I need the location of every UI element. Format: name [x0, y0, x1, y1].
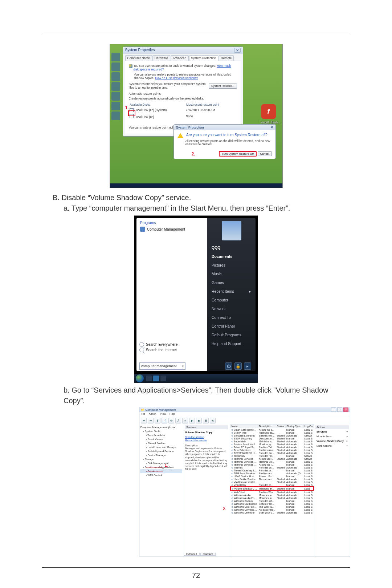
service-row[interactable]: Windows Connect Now...Act as a Reg...Man…: [230, 508, 314, 511]
service-row-volume-shadow-copy[interactable]: Volume Shadow CopyManages an...StartedMa…: [230, 487, 314, 490]
tree-item[interactable]: › Reliability and Perform: [140, 449, 182, 453]
col-startup-type[interactable]: Startup Type: [286, 425, 304, 428]
actions-more-2[interactable]: More Actions: [315, 443, 349, 448]
right-item-control-panel[interactable]: Control Panel: [207, 322, 256, 331]
tree-item[interactable]: › Local Users and Groups: [140, 445, 182, 449]
tree-item[interactable]: › Shared Folders: [140, 441, 182, 445]
tree-item[interactable]: › WMI Control: [140, 473, 182, 477]
service-row[interactable]: Windows AudioManages au...StartedAutomat…: [230, 494, 314, 496]
service-row[interactable]: Task SchedulerEnables a us...StartedAuto…: [230, 449, 314, 451]
account-name[interactable]: QQQ: [207, 243, 256, 252]
tab-advanced[interactable]: Advanced: [171, 55, 189, 61]
search-internet[interactable]: Search the Internet: [139, 348, 204, 352]
tree-item[interactable]: › Event Viewer: [140, 437, 182, 441]
right-item-games[interactable]: Games: [207, 278, 256, 287]
disk-d-checkbox[interactable]: [130, 114, 134, 118]
service-row[interactable]: TelephonyProvides Tel...ManualNetwor: [230, 454, 314, 457]
clear-search-icon[interactable]: x: [182, 363, 184, 369]
close-icon[interactable]: ✕: [343, 407, 348, 412]
user-avatar[interactable]: [222, 221, 241, 240]
tab-extended[interactable]: Extended: [184, 553, 200, 556]
disk-c-checkbox[interactable]: ✓: [130, 108, 134, 112]
right-item-pictures[interactable]: Pictures: [207, 261, 256, 269]
stop-service-link[interactable]: Stop the service: [185, 435, 204, 439]
menu-help[interactable]: Help: [170, 412, 175, 415]
right-item-music[interactable]: Music: [207, 269, 256, 278]
service-row[interactable]: Windows DefenderScan your c...StartedAut…: [230, 511, 314, 514]
flash-installer-icon[interactable]: f: [261, 104, 276, 119]
close-icon[interactable]: ✕: [234, 48, 241, 53]
service-row[interactable]: Windows BackupProvides Wi...ManualLocal …: [230, 499, 314, 502]
help-icon[interactable]: ?: [182, 418, 188, 423]
power-menu-icon[interactable]: ▸: [244, 362, 251, 370]
service-row[interactable]: Terminal ServicesAllows user...StartedAu…: [230, 457, 314, 460]
restart-service-link[interactable]: Restart the service: [185, 439, 207, 442]
restart-icon[interactable]: ⟲: [210, 418, 216, 423]
lock-icon[interactable]: 🔒: [234, 362, 242, 370]
actions-vsc[interactable]: Volume Shadow Copy: [315, 439, 349, 443]
service-row[interactable]: WebClientEnables Win...StartedAutomaticL…: [230, 490, 314, 494]
up-icon[interactable]: ⬆: [155, 418, 160, 423]
tree-item[interactable]: › Task Scheduler: [140, 433, 182, 437]
prev-versions-link[interactable]: How do I use previous versions?: [155, 77, 198, 80]
turn-off-button[interactable]: Turn System Restore Off: [219, 151, 257, 157]
confirm-close-icon[interactable]: ✕: [270, 125, 273, 129]
service-row[interactable]: Software LicensingEnables the ...Started…: [230, 434, 314, 437]
pause-icon[interactable]: ⏸: [203, 418, 209, 423]
play-icon[interactable]: ▶: [189, 418, 195, 423]
service-row[interactable]: Terminal Services User...Allows the r...…: [230, 463, 314, 466]
service-row[interactable]: Tablet PC Input ServiceEnables Tab...Sta…: [230, 446, 314, 449]
service-row[interactable]: SNMP TrapReceives tra...ManualLocal S: [230, 431, 314, 434]
cancel-button[interactable]: Cancel: [258, 151, 272, 156]
tree-item[interactable]: Computer Management (Local: [140, 425, 182, 429]
service-row[interactable]: System Event Notificati...Monitors sy...…: [230, 443, 314, 446]
quicklaunch-icon[interactable]: [146, 376, 152, 381]
col-logon[interactable]: Log On: [303, 425, 314, 428]
properties-icon[interactable]: 📄: [162, 418, 167, 423]
right-item-connect-to[interactable]: Connect To: [207, 313, 256, 322]
tree-item[interactable]: › System Tools: [140, 429, 182, 433]
system-restore-button[interactable]: System Restore...: [209, 84, 237, 89]
col-name[interactable]: Name: [230, 425, 258, 428]
right-item-network[interactable]: Network: [207, 304, 256, 313]
service-row[interactable]: SSDP DiscoveryDiscovers n...StartedManua…: [230, 437, 314, 440]
services-list[interactable]: Name Description Status Startup Type Log…: [230, 424, 314, 557]
service-row[interactable]: Thread Ordering ServerProvides or...Manu…: [230, 469, 314, 472]
tab-system-protection[interactable]: System Protection: [189, 55, 219, 61]
search-everywhere[interactable]: Search Everywhere: [139, 342, 204, 347]
service-row[interactable]: UPnP Device HostAllows UPn...ManualLocal…: [230, 475, 314, 478]
service-row[interactable]: Virtual DiskProvides m...ManualLocal S: [230, 483, 314, 487]
right-item-recent[interactable]: Recent Items▸: [207, 287, 256, 296]
tab-computer-name[interactable]: Computer Name: [125, 55, 152, 61]
start-search-input[interactable]: computer management x: [139, 362, 185, 370]
service-row[interactable]: User Profile ServiceThis service ...Star…: [230, 478, 314, 480]
service-row[interactable]: TCP/IP NetBIOS HelperProvides su...Start…: [230, 451, 314, 454]
col-description[interactable]: Description: [258, 425, 276, 428]
right-item-help[interactable]: Help and Support: [207, 339, 256, 348]
tree-item[interactable]: › Disk Management: [140, 461, 182, 465]
tree-item[interactable]: › Storage: [140, 457, 182, 461]
stop-icon[interactable]: ■: [196, 418, 202, 423]
right-item-computer[interactable]: Computer: [207, 296, 256, 304]
service-row[interactable]: TPM Base ServicesEnables acc...Automatic…: [230, 472, 314, 475]
refresh-icon[interactable]: ⟳: [168, 418, 174, 423]
tab-hardware[interactable]: Hardware: [152, 55, 170, 61]
service-row[interactable]: Windows Audio Endpoi...Manages au...Star…: [230, 496, 314, 499]
menu-file[interactable]: File: [141, 412, 145, 415]
tree-item[interactable]: › Device Manager: [140, 453, 182, 457]
ie-icon[interactable]: [153, 376, 159, 381]
tab-remote[interactable]: Remote: [219, 55, 234, 61]
power-icon[interactable]: ⏻: [225, 362, 232, 370]
menu-view[interactable]: View: [160, 412, 166, 415]
service-row[interactable]: Windows CardSpaceSecurely en...ManualLoc…: [230, 502, 314, 505]
export-icon[interactable]: ⤴: [175, 418, 181, 423]
service-row[interactable]: VIA Karaoke digital mix...StartedAutomat…: [230, 480, 314, 483]
program-computer-management[interactable]: Computer Management: [136, 226, 207, 233]
minimize-icon[interactable]: _: [331, 407, 336, 412]
maximize-icon[interactable]: □: [337, 407, 342, 412]
menu-action[interactable]: Action: [149, 412, 156, 415]
back-icon[interactable]: ⬅: [141, 418, 147, 423]
start-orb-icon[interactable]: [136, 374, 144, 382]
service-row[interactable]: Windows Color SystemThe WcsPlu...ManualL…: [230, 505, 314, 508]
service-row[interactable]: ThemesProvides us...StartedAutomaticLoca…: [230, 466, 314, 469]
